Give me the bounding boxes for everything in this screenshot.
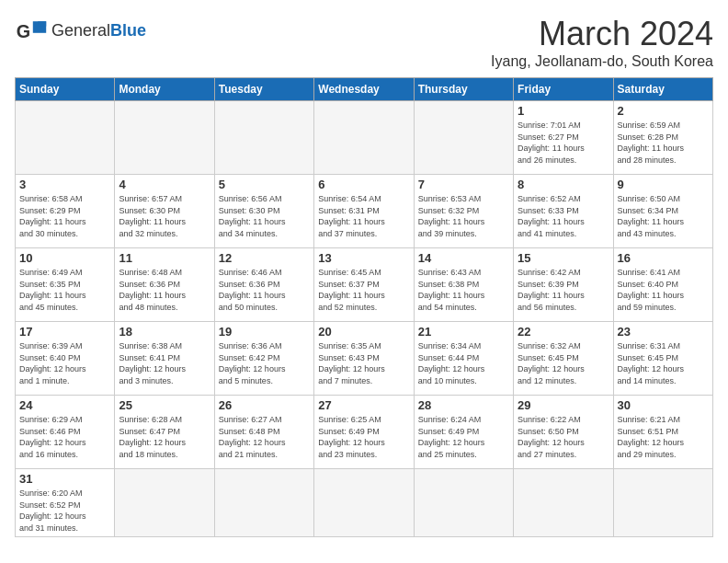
- header-monday: Monday: [115, 78, 214, 101]
- logo: G GeneralBlue: [15, 15, 146, 48]
- month-title: March 2024: [491, 15, 713, 53]
- day-number: 12: [219, 251, 310, 265]
- calendar-cell: 10Sunrise: 6:49 AM Sunset: 6:35 PM Dayli…: [16, 248, 115, 322]
- calendar-cell: [314, 101, 414, 175]
- calendar-cell: 20Sunrise: 6:35 AM Sunset: 6:43 PM Dayli…: [314, 322, 414, 396]
- day-info: Sunrise: 6:34 AM Sunset: 6:44 PM Dayligh…: [418, 340, 509, 386]
- calendar-cell: 4Sunrise: 6:57 AM Sunset: 6:30 PM Daylig…: [115, 175, 214, 248]
- day-number: 1: [518, 104, 609, 118]
- svg-text:G: G: [17, 21, 30, 41]
- header-thursday: Thursday: [414, 78, 513, 101]
- calendar-cell: 9Sunrise: 6:50 AM Sunset: 6:34 PM Daylig…: [613, 175, 712, 248]
- day-info: Sunrise: 6:27 AM Sunset: 6:48 PM Dayligh…: [219, 414, 310, 460]
- day-number: 6: [318, 178, 409, 191]
- calendar-cell: 17Sunrise: 6:39 AM Sunset: 6:40 PM Dayli…: [16, 322, 115, 396]
- calendar-cell: 24Sunrise: 6:29 AM Sunset: 6:46 PM Dayli…: [16, 396, 115, 469]
- header-wednesday: Wednesday: [314, 78, 414, 101]
- calendar-cell: 14Sunrise: 6:43 AM Sunset: 6:38 PM Dayli…: [414, 248, 513, 322]
- day-number: 29: [518, 398, 609, 412]
- day-info: Sunrise: 6:43 AM Sunset: 6:38 PM Dayligh…: [418, 267, 509, 313]
- calendar-cell: [115, 469, 214, 537]
- header-friday: Friday: [514, 78, 613, 101]
- day-number: 13: [318, 251, 409, 265]
- day-number: 31: [19, 472, 110, 486]
- day-info: Sunrise: 6:35 AM Sunset: 6:43 PM Dayligh…: [318, 340, 409, 386]
- day-info: Sunrise: 6:50 AM Sunset: 6:34 PM Dayligh…: [618, 193, 709, 239]
- day-info: Sunrise: 7:01 AM Sunset: 6:27 PM Dayligh…: [518, 120, 609, 166]
- day-info: Sunrise: 6:29 AM Sunset: 6:46 PM Dayligh…: [19, 414, 110, 460]
- day-number: 9: [618, 178, 709, 191]
- day-info: Sunrise: 6:31 AM Sunset: 6:45 PM Dayligh…: [618, 340, 709, 386]
- calendar-cell: 3Sunrise: 6:58 AM Sunset: 6:29 PM Daylig…: [16, 175, 115, 248]
- calendar-cell: 21Sunrise: 6:34 AM Sunset: 6:44 PM Dayli…: [414, 322, 513, 396]
- calendar-cell: 23Sunrise: 6:31 AM Sunset: 6:45 PM Dayli…: [613, 322, 712, 396]
- day-number: 20: [318, 325, 409, 339]
- calendar-week-0: 1Sunrise: 7:01 AM Sunset: 6:27 PM Daylig…: [16, 101, 713, 175]
- day-number: 3: [19, 178, 110, 191]
- calendar-cell: [115, 101, 214, 175]
- calendar-week-5: 31Sunrise: 6:20 AM Sunset: 6:52 PM Dayli…: [16, 469, 713, 537]
- calendar-week-2: 10Sunrise: 6:49 AM Sunset: 6:35 PM Dayli…: [16, 248, 713, 322]
- day-info: Sunrise: 6:42 AM Sunset: 6:39 PM Dayligh…: [518, 267, 609, 313]
- day-info: Sunrise: 6:56 AM Sunset: 6:30 PM Dayligh…: [219, 193, 310, 239]
- calendar-cell: [214, 101, 313, 175]
- day-info: Sunrise: 6:20 AM Sunset: 6:52 PM Dayligh…: [19, 488, 110, 534]
- calendar-cell: 12Sunrise: 6:46 AM Sunset: 6:36 PM Dayli…: [214, 248, 313, 322]
- day-number: 5: [219, 178, 310, 191]
- calendar-cell: 8Sunrise: 6:52 AM Sunset: 6:33 PM Daylig…: [514, 175, 613, 248]
- calendar-cell: 19Sunrise: 6:36 AM Sunset: 6:42 PM Dayli…: [214, 322, 313, 396]
- title-area: March 2024 Iyang, Jeollanam-do, South Ko…: [491, 15, 713, 70]
- calendar-header-row: SundayMondayTuesdayWednesdayThursdayFrid…: [16, 78, 713, 101]
- calendar-cell: 26Sunrise: 6:27 AM Sunset: 6:48 PM Dayli…: [214, 396, 313, 469]
- svg-marker-2: [38, 21, 46, 26]
- header-sunday: Sunday: [16, 78, 115, 101]
- calendar-cell: 18Sunrise: 6:38 AM Sunset: 6:41 PM Dayli…: [115, 322, 214, 396]
- header: G GeneralBlue March 2024 Iyang, Jeollana…: [15, 15, 713, 70]
- calendar-cell: 25Sunrise: 6:28 AM Sunset: 6:47 PM Dayli…: [115, 396, 214, 469]
- calendar-cell: [414, 101, 513, 175]
- day-info: Sunrise: 6:41 AM Sunset: 6:40 PM Dayligh…: [618, 267, 709, 313]
- calendar-cell: 16Sunrise: 6:41 AM Sunset: 6:40 PM Dayli…: [613, 248, 712, 322]
- day-number: 27: [318, 398, 409, 412]
- day-info: Sunrise: 6:45 AM Sunset: 6:37 PM Dayligh…: [318, 267, 409, 313]
- day-number: 17: [19, 325, 110, 339]
- calendar-cell: [16, 101, 115, 175]
- calendar-cell: 22Sunrise: 6:32 AM Sunset: 6:45 PM Dayli…: [514, 322, 613, 396]
- day-info: Sunrise: 6:46 AM Sunset: 6:36 PM Dayligh…: [219, 267, 310, 313]
- calendar-table: SundayMondayTuesdayWednesdayThursdayFrid…: [15, 77, 713, 537]
- header-saturday: Saturday: [613, 78, 712, 101]
- calendar-cell: 1Sunrise: 7:01 AM Sunset: 6:27 PM Daylig…: [514, 101, 613, 175]
- day-info: Sunrise: 6:59 AM Sunset: 6:28 PM Dayligh…: [618, 120, 709, 166]
- day-info: Sunrise: 6:54 AM Sunset: 6:31 PM Dayligh…: [318, 193, 409, 239]
- calendar-cell: [414, 469, 513, 537]
- day-info: Sunrise: 6:53 AM Sunset: 6:32 PM Dayligh…: [418, 193, 509, 239]
- day-info: Sunrise: 6:21 AM Sunset: 6:51 PM Dayligh…: [618, 414, 709, 460]
- logo-icon: G: [15, 15, 48, 48]
- header-tuesday: Tuesday: [214, 78, 313, 101]
- day-number: 21: [418, 325, 509, 339]
- calendar-cell: 15Sunrise: 6:42 AM Sunset: 6:39 PM Dayli…: [514, 248, 613, 322]
- calendar-cell: 31Sunrise: 6:20 AM Sunset: 6:52 PM Dayli…: [16, 469, 115, 537]
- calendar-cell: [613, 469, 712, 537]
- day-number: 16: [618, 251, 709, 265]
- day-number: 30: [618, 398, 709, 412]
- calendar-cell: [214, 469, 313, 537]
- calendar-cell: 30Sunrise: 6:21 AM Sunset: 6:51 PM Dayli…: [613, 396, 712, 469]
- day-info: Sunrise: 6:28 AM Sunset: 6:47 PM Dayligh…: [119, 414, 210, 460]
- day-number: 2: [618, 104, 709, 118]
- day-number: 26: [219, 398, 310, 412]
- day-number: 8: [518, 178, 609, 191]
- day-number: 23: [618, 325, 709, 339]
- day-number: 4: [119, 178, 210, 191]
- day-number: 24: [19, 398, 110, 412]
- calendar-cell: [514, 469, 613, 537]
- day-info: Sunrise: 6:24 AM Sunset: 6:49 PM Dayligh…: [418, 414, 509, 460]
- day-info: Sunrise: 6:58 AM Sunset: 6:29 PM Dayligh…: [19, 193, 110, 239]
- calendar-week-1: 3Sunrise: 6:58 AM Sunset: 6:29 PM Daylig…: [16, 175, 713, 248]
- calendar-cell: 6Sunrise: 6:54 AM Sunset: 6:31 PM Daylig…: [314, 175, 414, 248]
- day-info: Sunrise: 6:49 AM Sunset: 6:35 PM Dayligh…: [19, 267, 110, 313]
- day-number: 25: [119, 398, 210, 412]
- day-number: 15: [518, 251, 609, 265]
- day-info: Sunrise: 6:48 AM Sunset: 6:36 PM Dayligh…: [119, 267, 210, 313]
- day-number: 19: [219, 325, 310, 339]
